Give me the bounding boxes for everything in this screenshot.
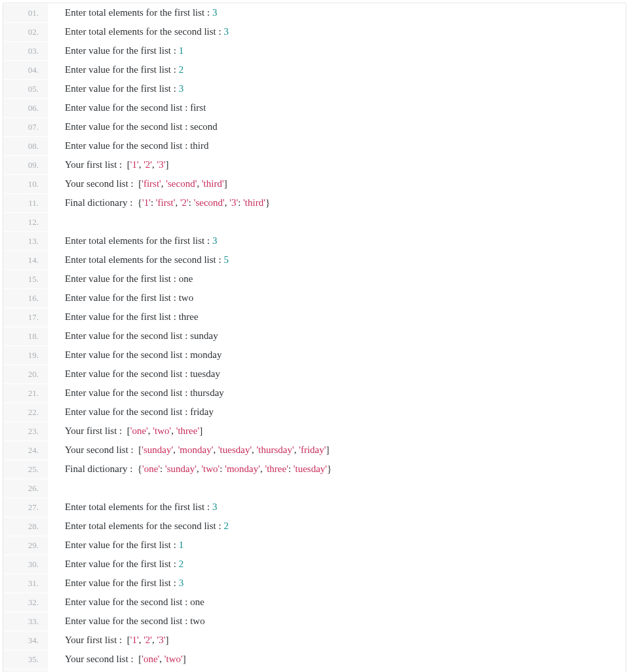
token-str: 'thursday' bbox=[257, 445, 294, 455]
token-str: 'monday' bbox=[225, 464, 260, 474]
line-number: 27. bbox=[3, 498, 48, 517]
line-number: 18. bbox=[3, 327, 48, 346]
code-line: 19.Enter value for the second list : mon… bbox=[3, 346, 626, 365]
code-line: 08.Enter value for the second list : thi… bbox=[3, 136, 626, 155]
line-number: 10. bbox=[3, 175, 48, 193]
token-text: Enter value for the second list : one bbox=[65, 597, 204, 607]
line-number: 17. bbox=[3, 308, 48, 326]
token-text: Enter total elements for the second list… bbox=[65, 254, 223, 265]
code-line: 10.Your second list : ['first', 'second'… bbox=[3, 174, 626, 193]
code-line: 30.Enter value for the first list : 2 bbox=[3, 555, 626, 574]
line-content bbox=[48, 212, 67, 231]
token-num: 3 bbox=[212, 7, 218, 18]
token-str: 'two' bbox=[164, 654, 183, 664]
token-str: 'two' bbox=[153, 425, 171, 436]
line-number: 23. bbox=[3, 422, 48, 441]
token-text: , bbox=[175, 197, 180, 208]
token-text: Enter value for the second list : tuesda… bbox=[65, 368, 220, 379]
code-line: 18.Enter value for the second list : sun… bbox=[3, 326, 626, 346]
token-text: Enter total elements for the first list … bbox=[65, 235, 212, 246]
code-line: 14.Enter total elements for the second l… bbox=[3, 250, 626, 269]
token-str: 'one' bbox=[142, 654, 159, 664]
token-text: , bbox=[152, 159, 157, 170]
token-text: ] bbox=[165, 635, 168, 645]
code-output-block: 01.Enter total elements for the first li… bbox=[3, 3, 626, 672]
line-content: Enter value for the second list : thursd… bbox=[48, 384, 224, 402]
line-content: Enter value for the first list : 1 bbox=[48, 536, 183, 554]
token-num: 2 bbox=[179, 559, 184, 569]
token-text: Enter value for the first list : bbox=[65, 64, 179, 75]
token-text: Final dictionary : { bbox=[65, 464, 142, 474]
code-line: 17.Enter value for the first list : thre… bbox=[3, 307, 626, 326]
token-text: Enter total elements for the second list… bbox=[65, 26, 223, 37]
token-text: ] bbox=[165, 159, 168, 170]
token-text: ] bbox=[224, 178, 227, 189]
line-content: Enter value for the first list : 3 bbox=[48, 79, 183, 98]
line-content: Enter value for the second list : one bbox=[48, 593, 204, 611]
line-content: Enter total elements for the second list… bbox=[48, 250, 229, 269]
token-str: '3' bbox=[229, 197, 238, 208]
token-str: 'second' bbox=[194, 197, 225, 208]
token-num: 3 bbox=[212, 502, 218, 512]
line-content: Enter value for the second list : friday bbox=[48, 403, 214, 421]
line-content: Your second list : ['sunday', 'monday', … bbox=[48, 441, 329, 459]
line-number: 13. bbox=[3, 232, 48, 250]
token-num: 2 bbox=[223, 521, 229, 531]
token-num: 3 bbox=[223, 26, 229, 37]
token-str: 'tuesday' bbox=[218, 445, 252, 455]
token-text: , bbox=[213, 445, 218, 455]
token-text: Your second list : [ bbox=[65, 445, 142, 455]
code-line: 24.Your second list : ['sunday', 'monday… bbox=[3, 441, 626, 460]
line-number: 24. bbox=[3, 441, 48, 460]
line-number: 20. bbox=[3, 365, 48, 384]
line-number: 26. bbox=[3, 479, 48, 498]
line-number: 35. bbox=[3, 650, 48, 669]
line-content: Your second list : ['one', 'two'] bbox=[48, 650, 186, 668]
token-str: 'three' bbox=[176, 425, 199, 436]
line-number: 08. bbox=[3, 137, 48, 155]
token-text: Your second list : [ bbox=[65, 654, 142, 664]
code-line: 23.Your first list : ['one', 'two', 'thr… bbox=[3, 422, 626, 441]
code-line: 07.Enter value for the second list : sec… bbox=[3, 117, 626, 136]
line-number: 21. bbox=[3, 384, 48, 403]
line-content: Enter value for the second list : first bbox=[48, 98, 206, 117]
line-content: Enter value for the first list : 2 bbox=[48, 555, 183, 573]
line-content: Enter value for the second list : tuesda… bbox=[48, 365, 220, 383]
line-number: 36. bbox=[3, 669, 48, 672]
token-text: Enter total elements for the first list … bbox=[65, 7, 212, 18]
token-str: '3' bbox=[157, 159, 166, 170]
token-text: : bbox=[238, 197, 243, 208]
token-str: '1' bbox=[130, 635, 139, 645]
token-text: Enter value for the first list : one bbox=[65, 273, 193, 284]
line-content: Enter total elements for the first list … bbox=[48, 498, 217, 516]
line-content: Enter value for the second list : monday bbox=[48, 346, 222, 364]
line-number: 14. bbox=[3, 251, 48, 269]
token-str: '2' bbox=[143, 635, 152, 645]
token-text: Enter value for the second list : friday bbox=[65, 406, 214, 417]
line-content: Enter total elements for the first list … bbox=[48, 231, 217, 250]
token-str: 'first' bbox=[142, 178, 161, 189]
line-number: 03. bbox=[3, 42, 48, 60]
line-content: Enter value for the second list : sunday bbox=[48, 326, 218, 345]
code-line: 26. bbox=[3, 479, 626, 498]
line-number: 25. bbox=[3, 460, 48, 479]
token-text: } bbox=[327, 464, 332, 474]
code-line: 15.Enter value for the first list : one bbox=[3, 269, 626, 288]
code-line: 04.Enter value for the first list : 2 bbox=[3, 60, 626, 79]
line-content: Your first list : ['1', '2', '3'] bbox=[48, 631, 168, 649]
line-content: Enter value for the second list : third bbox=[48, 136, 209, 155]
token-num: 3 bbox=[212, 235, 218, 246]
code-line: 01.Enter total elements for the first li… bbox=[3, 3, 626, 22]
token-str: 'sunday' bbox=[142, 445, 173, 455]
line-content: Enter value for the first list : 2 bbox=[48, 60, 183, 79]
token-text: Enter value for the second list : thursd… bbox=[65, 387, 224, 398]
token-text: : bbox=[288, 464, 294, 474]
token-str: 'two' bbox=[201, 464, 219, 474]
token-text: : bbox=[160, 464, 165, 474]
token-text: Enter value for the first list : bbox=[65, 83, 179, 94]
token-text: } bbox=[265, 197, 270, 208]
token-text: Enter value for the first list : bbox=[65, 45, 179, 56]
line-content bbox=[48, 479, 67, 497]
line-number: 16. bbox=[3, 289, 48, 307]
token-text: , bbox=[252, 445, 257, 455]
